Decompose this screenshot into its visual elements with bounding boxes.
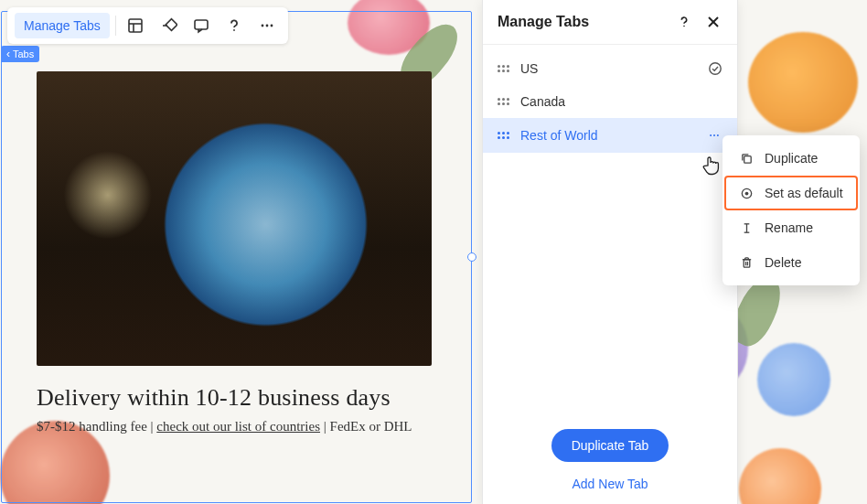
menu-item-rename[interactable]: Rename: [724, 210, 858, 245]
resize-handle[interactable]: [467, 252, 476, 262]
panel-help-icon[interactable]: [675, 13, 693, 31]
content-subtext: $7-$12 handling fee | check out our list…: [37, 419, 432, 434]
svg-point-12: [710, 63, 721, 74]
drag-handle-icon[interactable]: [498, 65, 509, 72]
svg-rect-19: [744, 259, 750, 266]
content-image-globe: [37, 71, 432, 366]
menu-item-label: Rename: [765, 220, 813, 235]
duplicate-tab-button[interactable]: Duplicate Tab: [551, 429, 669, 462]
svg-point-18: [744, 191, 748, 195]
tab-row-canada[interactable]: Canada: [483, 85, 737, 118]
panel-footer: Duplicate Tab Add New Tab: [483, 416, 737, 504]
tab-row-rest-of-world[interactable]: Rest of World: [483, 118, 737, 153]
manage-tabs-panel: Manage Tabs US Canada Rest of World: [482, 0, 738, 504]
menu-item-label: Set as default: [765, 186, 843, 200]
svg-point-13: [710, 134, 712, 136]
svg-point-9: [683, 26, 685, 27]
svg-point-6: [261, 25, 263, 27]
svg-point-8: [270, 25, 273, 27]
svg-point-14: [713, 134, 715, 136]
tab-label: Rest of World: [520, 128, 695, 143]
add-new-tab-link[interactable]: Add New Tab: [566, 471, 653, 497]
tab-content-panel: Delivery within 10-12 business days $7-$…: [37, 71, 432, 434]
comment-icon[interactable]: [187, 12, 215, 39]
panel-title: Manage Tabs: [498, 14, 589, 30]
svg-rect-0: [129, 19, 142, 32]
svg-rect-16: [744, 155, 751, 163]
selection-badge[interactable]: Tabs: [1, 46, 39, 62]
svg-point-5: [233, 29, 235, 31]
svg-point-15: [717, 134, 719, 136]
svg-rect-3: [166, 19, 177, 31]
tab-row-more-icon[interactable]: [706, 127, 722, 144]
panel-close-icon[interactable]: [704, 13, 722, 31]
more-icon[interactable]: [253, 12, 281, 39]
fee-text-suffix: | FedEx or DHL: [320, 419, 412, 434]
menu-item-label: Delete: [765, 255, 801, 270]
layout-icon[interactable]: [122, 12, 149, 39]
tab-label: Canada: [520, 94, 722, 109]
countries-link[interactable]: check out our list of countries: [156, 419, 320, 434]
default-check-icon: [708, 61, 722, 76]
animation-icon[interactable]: [155, 12, 182, 39]
svg-rect-4: [195, 20, 208, 29]
tab-row-us[interactable]: US: [483, 52, 737, 85]
tab-context-menu: Duplicate Set as default Rename Delete: [722, 135, 860, 285]
delete-icon: [739, 255, 754, 270]
toolbar-separator: [115, 16, 116, 36]
svg-point-7: [265, 25, 268, 27]
drag-handle-icon[interactable]: [498, 132, 509, 139]
panel-header: Manage Tabs: [483, 0, 737, 45]
help-icon[interactable]: [220, 12, 248, 39]
rename-icon: [739, 220, 754, 235]
drag-handle-icon[interactable]: [498, 98, 509, 105]
menu-item-delete[interactable]: Delete: [724, 245, 858, 280]
fee-text-prefix: $7-$12 handling fee |: [37, 419, 156, 434]
selection-badge-label: Tabs: [13, 48, 34, 59]
set-default-icon: [739, 186, 754, 200]
content-heading: Delivery within 10-12 business days: [37, 384, 432, 412]
manage-tabs-button[interactable]: Manage Tabs: [15, 13, 110, 38]
tab-list: US Canada Rest of World: [483, 45, 737, 160]
element-toolbar: Manage Tabs: [7, 7, 288, 44]
menu-item-duplicate[interactable]: Duplicate: [724, 141, 858, 176]
duplicate-icon: [739, 151, 754, 166]
menu-item-set-default[interactable]: Set as default: [724, 176, 858, 210]
tab-label: US: [520, 61, 697, 76]
menu-item-label: Duplicate: [765, 151, 818, 166]
